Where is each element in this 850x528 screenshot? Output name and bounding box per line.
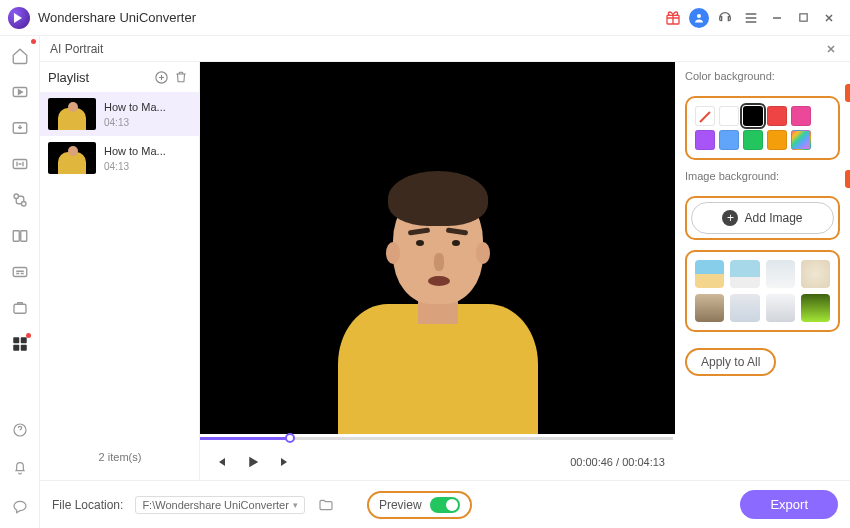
bg-thumb[interactable]	[766, 260, 795, 288]
titlebar: Wondershare UniConverter	[0, 0, 850, 36]
add-to-playlist-button[interactable]	[151, 67, 171, 87]
time-display: 00:00:46 / 00:04:13	[570, 456, 665, 468]
playlist-item[interactable]: How to Ma... 04:13	[40, 92, 199, 136]
gift-icon[interactable]	[660, 5, 686, 31]
app-title: Wondershare UniConverter	[38, 10, 196, 25]
color-swatch-group	[685, 96, 840, 160]
playlist-panel: Playlist How to Ma... 04:13	[40, 62, 200, 480]
bg-thumb[interactable]	[766, 294, 795, 322]
rail-convert-icon[interactable]	[6, 78, 34, 106]
rail-download-icon[interactable]	[6, 114, 34, 142]
image-bg-label: Image background:	[685, 170, 840, 182]
svg-rect-14	[13, 345, 19, 351]
footer-bar: 2 item(s) File Location: F:\Wondershare …	[40, 480, 850, 528]
rail-merge-icon[interactable]	[6, 222, 34, 250]
color-swatch-green[interactable]	[743, 130, 763, 150]
total-time: 00:04:13	[622, 456, 665, 468]
bg-thumb[interactable]	[730, 294, 759, 322]
color-swatch-pink[interactable]	[791, 106, 811, 126]
playlist-item-duration: 04:13	[104, 117, 166, 128]
bg-thumb[interactable]	[801, 260, 830, 288]
svg-rect-12	[13, 337, 19, 343]
svg-rect-10	[13, 268, 27, 277]
playlist-thumbnail	[48, 142, 96, 174]
playlist-item-title: How to Ma...	[104, 101, 166, 113]
rail-home-icon[interactable]	[6, 42, 34, 70]
svg-point-7	[21, 202, 26, 207]
color-swatch-purple[interactable]	[695, 130, 715, 150]
rail-toolbox-icon[interactable]	[6, 330, 34, 358]
current-time: 00:00:46	[570, 456, 613, 468]
rail-help-icon[interactable]	[6, 416, 34, 444]
file-location-dropdown[interactable]: F:\Wondershare UniConverter ▾	[135, 496, 305, 514]
color-swatch-white[interactable]	[719, 106, 739, 126]
svg-rect-2	[799, 14, 806, 21]
item-count: 2 item(s)	[40, 451, 200, 463]
sidebar-rail	[0, 36, 40, 528]
seek-thumb[interactable]	[285, 433, 295, 443]
playlist-heading: Playlist	[48, 70, 89, 85]
playlist-header: Playlist	[40, 62, 199, 92]
export-button[interactable]: Export	[740, 490, 838, 519]
prev-button[interactable]	[210, 451, 232, 473]
module-close-button[interactable]	[822, 40, 840, 58]
add-image-label: Add Image	[744, 211, 802, 225]
svg-rect-13	[20, 337, 26, 343]
color-swatch-red[interactable]	[767, 106, 787, 126]
svg-rect-15	[20, 345, 26, 351]
add-image-group: + Add Image	[685, 196, 840, 240]
rail-notify-icon[interactable]	[6, 454, 34, 482]
main-content: AI Portrait Playlist How to	[40, 36, 850, 528]
svg-point-1	[697, 14, 701, 18]
rail-edit-icon[interactable]	[6, 186, 34, 214]
playlist-thumbnail	[48, 98, 96, 130]
bg-thumb[interactable]	[695, 294, 724, 322]
color-swatch-black[interactable]	[743, 106, 763, 126]
window-close-button[interactable]	[816, 5, 842, 31]
module-title: AI Portrait	[50, 42, 103, 56]
video-preview[interactable]	[200, 62, 675, 434]
playlist-items: How to Ma... 04:13 How to Ma... 04:13	[40, 92, 199, 480]
player-controls: 00:00:46 / 00:04:13	[200, 444, 675, 480]
preview-toggle[interactable]	[430, 497, 460, 513]
window-maximize-button[interactable]	[790, 5, 816, 31]
headset-icon[interactable]	[712, 5, 738, 31]
bg-thumb[interactable]	[730, 260, 759, 288]
bg-thumb-group	[685, 250, 840, 332]
playlist-item-title: How to Ma...	[104, 145, 166, 157]
right-panel: Color background: Image background:	[675, 62, 850, 480]
color-bg-label: Color background:	[685, 70, 840, 82]
module-header: AI Portrait	[40, 36, 850, 62]
playlist-item[interactable]: How to Ma... 04:13	[40, 136, 199, 180]
rail-record-icon[interactable]	[6, 294, 34, 322]
bg-thumb[interactable]	[695, 260, 724, 288]
add-image-button[interactable]: + Add Image	[691, 202, 834, 234]
rail-compress-icon[interactable]	[6, 150, 34, 178]
next-button[interactable]	[274, 451, 296, 473]
open-folder-button[interactable]	[317, 496, 335, 514]
preview-toggle-group: Preview	[367, 491, 472, 519]
plus-icon: +	[722, 210, 738, 226]
apply-all-button[interactable]: Apply to All	[685, 348, 776, 376]
hamburger-icon[interactable]	[738, 5, 764, 31]
svg-rect-11	[14, 304, 26, 313]
rail-feedback-icon[interactable]	[6, 492, 34, 520]
svg-point-6	[14, 194, 19, 199]
file-location-value: F:\Wondershare UniConverter	[142, 499, 289, 511]
color-swatch-blue[interactable]	[719, 130, 739, 150]
file-location-label: File Location:	[52, 498, 123, 512]
play-button[interactable]	[242, 451, 264, 473]
preview-label: Preview	[379, 498, 422, 512]
seek-bar[interactable]	[200, 434, 675, 444]
rail-subtitle-icon[interactable]	[6, 258, 34, 286]
delete-playlist-button[interactable]	[171, 67, 191, 87]
bg-thumb[interactable]	[801, 294, 830, 322]
color-swatch-none[interactable]	[695, 106, 715, 126]
user-icon[interactable]	[686, 5, 712, 31]
playlist-item-duration: 04:13	[104, 161, 166, 172]
window-minimize-button[interactable]	[764, 5, 790, 31]
accent-marker	[845, 170, 850, 188]
color-swatch-custom[interactable]	[791, 130, 811, 150]
color-swatch-orange[interactable]	[767, 130, 787, 150]
video-stage: 00:00:46 / 00:04:13	[200, 62, 675, 480]
